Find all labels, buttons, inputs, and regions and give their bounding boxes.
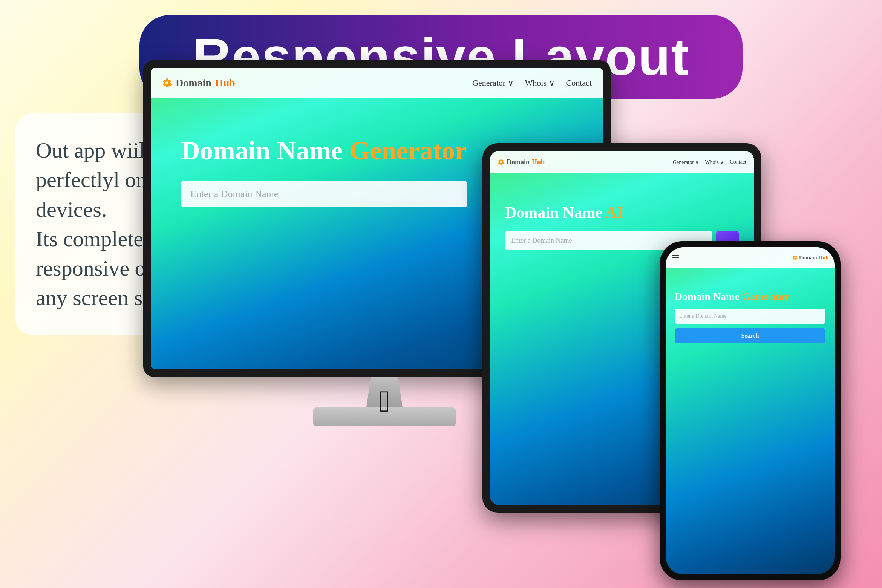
- imac-nav-contact[interactable]: Contact: [566, 78, 592, 88]
- phone-logo: DomainHub: [792, 255, 828, 261]
- phone-content: Domain Name Generator Enter a Domain Nam…: [666, 268, 835, 351]
- phone-title-part1: Domain Name: [675, 291, 742, 302]
- devices-container: DomainHub Generator ∨ Whois ∨ Contact Do…: [143, 60, 859, 569]
- phone-outer: DomainHub Domain Name Generator Enter a …: [660, 241, 841, 580]
- phone-title: Domain Name Generator: [675, 291, 825, 303]
- imac-input-placeholder: Enter a Domain Name: [190, 188, 278, 200]
- phone-gear-icon: [792, 255, 798, 260]
- tablet-logo-domain: Domain: [507, 158, 530, 166]
- apple-logo: : [379, 384, 390, 419]
- tablet-nav-generator[interactable]: Generator ∨: [673, 159, 699, 165]
- hamburger-icon[interactable]: [672, 255, 679, 260]
- tablet-gear-icon: [498, 159, 504, 165]
- tablet-input-placeholder: Enter a Domain Name: [511, 237, 572, 245]
- imac-nav-generator[interactable]: Generator ∨: [472, 78, 513, 88]
- phone-search-button[interactable]: Search: [675, 328, 825, 343]
- phone-search-input[interactable]: Enter a Domain Name: [675, 309, 825, 324]
- imac-title-part1: Domain Name: [181, 136, 349, 165]
- tablet-title-part1: Domain Name: [505, 204, 605, 221]
- phone-title-part2: Generator: [742, 291, 789, 302]
- tablet-logo: DomainHub: [498, 158, 545, 166]
- imac-title-part2: Generator: [349, 136, 467, 165]
- imac-logo-domain: Domain: [176, 77, 211, 89]
- tablet-nav-whois[interactable]: Whois ∨: [705, 159, 724, 165]
- tablet-navbar: DomainHub Generator ∨ Whois ∨ Contact: [490, 151, 754, 173]
- imac-nav-whois[interactable]: Whois ∨: [525, 78, 555, 88]
- tablet-title: Domain Name AI: [505, 204, 739, 222]
- imac-nav-links: Generator ∨ Whois ∨ Contact: [472, 78, 592, 88]
- phone-navbar: DomainHub: [666, 247, 835, 268]
- gear-icon: [162, 78, 172, 88]
- phone-search-label: Search: [741, 332, 759, 339]
- tablet-nav-contact[interactable]: Contact: [730, 159, 746, 165]
- imac-search-input[interactable]: Enter a Domain Name: [181, 181, 467, 207]
- phone-input-placeholder: Enter a Domain Name: [679, 313, 727, 319]
- phone-device: DomainHub Domain Name Generator Enter a …: [660, 241, 841, 580]
- imac-navbar: DomainHub Generator ∨ Whois ∨ Contact: [151, 68, 603, 98]
- tablet-title-part2: AI: [605, 204, 623, 221]
- phone-screen: DomainHub Domain Name Generator Enter a …: [666, 247, 835, 574]
- imac-logo: DomainHub: [162, 77, 235, 89]
- tablet-logo-hub: Hub: [532, 158, 545, 166]
- tablet-nav-links: Generator ∨ Whois ∨ Contact: [673, 159, 746, 165]
- imac-logo-hub: Hub: [215, 77, 235, 89]
- phone-logo-domain: Domain: [799, 255, 817, 261]
- phone-logo-hub: Hub: [819, 255, 828, 261]
